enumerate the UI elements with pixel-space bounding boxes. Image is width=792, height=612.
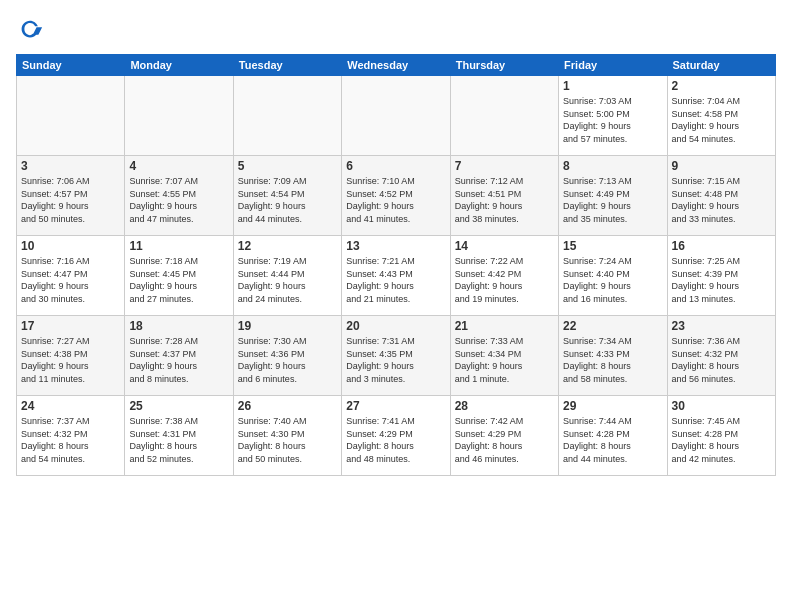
calendar-cell: 29Sunrise: 7:44 AM Sunset: 4:28 PM Dayli… [559,396,667,476]
day-number: 20 [346,319,445,333]
day-number: 23 [672,319,771,333]
calendar-cell: 24Sunrise: 7:37 AM Sunset: 4:32 PM Dayli… [17,396,125,476]
calendar-cell [125,76,233,156]
calendar-cell: 28Sunrise: 7:42 AM Sunset: 4:29 PM Dayli… [450,396,558,476]
day-number: 21 [455,319,554,333]
calendar-cell: 6Sunrise: 7:10 AM Sunset: 4:52 PM Daylig… [342,156,450,236]
day-info: Sunrise: 7:42 AM Sunset: 4:29 PM Dayligh… [455,415,554,465]
day-number: 6 [346,159,445,173]
day-number: 11 [129,239,228,253]
calendar-cell: 11Sunrise: 7:18 AM Sunset: 4:45 PM Dayli… [125,236,233,316]
day-info: Sunrise: 7:03 AM Sunset: 5:00 PM Dayligh… [563,95,662,145]
day-info: Sunrise: 7:37 AM Sunset: 4:32 PM Dayligh… [21,415,120,465]
day-number: 7 [455,159,554,173]
day-info: Sunrise: 7:33 AM Sunset: 4:34 PM Dayligh… [455,335,554,385]
calendar-table: SundayMondayTuesdayWednesdayThursdayFrid… [16,54,776,476]
calendar-cell: 14Sunrise: 7:22 AM Sunset: 4:42 PM Dayli… [450,236,558,316]
calendar-cell: 20Sunrise: 7:31 AM Sunset: 4:35 PM Dayli… [342,316,450,396]
header [16,16,776,44]
day-info: Sunrise: 7:36 AM Sunset: 4:32 PM Dayligh… [672,335,771,385]
day-info: Sunrise: 7:18 AM Sunset: 4:45 PM Dayligh… [129,255,228,305]
day-info: Sunrise: 7:07 AM Sunset: 4:55 PM Dayligh… [129,175,228,225]
day-info: Sunrise: 7:10 AM Sunset: 4:52 PM Dayligh… [346,175,445,225]
day-info: Sunrise: 7:28 AM Sunset: 4:37 PM Dayligh… [129,335,228,385]
weekday-header: Sunday [17,55,125,76]
day-number: 17 [21,319,120,333]
calendar-cell [450,76,558,156]
day-number: 2 [672,79,771,93]
day-number: 8 [563,159,662,173]
calendar-cell: 17Sunrise: 7:27 AM Sunset: 4:38 PM Dayli… [17,316,125,396]
day-info: Sunrise: 7:16 AM Sunset: 4:47 PM Dayligh… [21,255,120,305]
day-number: 25 [129,399,228,413]
day-info: Sunrise: 7:45 AM Sunset: 4:28 PM Dayligh… [672,415,771,465]
weekday-header: Saturday [667,55,775,76]
calendar-cell: 18Sunrise: 7:28 AM Sunset: 4:37 PM Dayli… [125,316,233,396]
day-info: Sunrise: 7:13 AM Sunset: 4:49 PM Dayligh… [563,175,662,225]
weekday-header: Wednesday [342,55,450,76]
weekday-header: Tuesday [233,55,341,76]
day-info: Sunrise: 7:38 AM Sunset: 4:31 PM Dayligh… [129,415,228,465]
day-number: 1 [563,79,662,93]
calendar-cell: 22Sunrise: 7:34 AM Sunset: 4:33 PM Dayli… [559,316,667,396]
day-number: 14 [455,239,554,253]
calendar-cell [342,76,450,156]
calendar-cell: 1Sunrise: 7:03 AM Sunset: 5:00 PM Daylig… [559,76,667,156]
calendar-cell: 19Sunrise: 7:30 AM Sunset: 4:36 PM Dayli… [233,316,341,396]
calendar-week-row: 1Sunrise: 7:03 AM Sunset: 5:00 PM Daylig… [17,76,776,156]
calendar-cell [233,76,341,156]
weekday-header: Monday [125,55,233,76]
calendar-cell: 16Sunrise: 7:25 AM Sunset: 4:39 PM Dayli… [667,236,775,316]
calendar-cell: 7Sunrise: 7:12 AM Sunset: 4:51 PM Daylig… [450,156,558,236]
day-info: Sunrise: 7:04 AM Sunset: 4:58 PM Dayligh… [672,95,771,145]
weekday-header: Friday [559,55,667,76]
day-info: Sunrise: 7:31 AM Sunset: 4:35 PM Dayligh… [346,335,445,385]
day-info: Sunrise: 7:06 AM Sunset: 4:57 PM Dayligh… [21,175,120,225]
day-info: Sunrise: 7:22 AM Sunset: 4:42 PM Dayligh… [455,255,554,305]
calendar-cell: 15Sunrise: 7:24 AM Sunset: 4:40 PM Dayli… [559,236,667,316]
header-row: SundayMondayTuesdayWednesdayThursdayFrid… [17,55,776,76]
calendar-cell: 30Sunrise: 7:45 AM Sunset: 4:28 PM Dayli… [667,396,775,476]
calendar-cell: 10Sunrise: 7:16 AM Sunset: 4:47 PM Dayli… [17,236,125,316]
calendar-cell [17,76,125,156]
day-info: Sunrise: 7:24 AM Sunset: 4:40 PM Dayligh… [563,255,662,305]
day-number: 19 [238,319,337,333]
calendar-cell: 3Sunrise: 7:06 AM Sunset: 4:57 PM Daylig… [17,156,125,236]
day-number: 13 [346,239,445,253]
day-number: 22 [563,319,662,333]
day-info: Sunrise: 7:09 AM Sunset: 4:54 PM Dayligh… [238,175,337,225]
calendar-cell: 13Sunrise: 7:21 AM Sunset: 4:43 PM Dayli… [342,236,450,316]
day-info: Sunrise: 7:27 AM Sunset: 4:38 PM Dayligh… [21,335,120,385]
calendar-cell: 12Sunrise: 7:19 AM Sunset: 4:44 PM Dayli… [233,236,341,316]
day-info: Sunrise: 7:41 AM Sunset: 4:29 PM Dayligh… [346,415,445,465]
calendar-cell: 26Sunrise: 7:40 AM Sunset: 4:30 PM Dayli… [233,396,341,476]
calendar-cell: 27Sunrise: 7:41 AM Sunset: 4:29 PM Dayli… [342,396,450,476]
day-info: Sunrise: 7:44 AM Sunset: 4:28 PM Dayligh… [563,415,662,465]
day-number: 5 [238,159,337,173]
calendar-cell: 21Sunrise: 7:33 AM Sunset: 4:34 PM Dayli… [450,316,558,396]
day-info: Sunrise: 7:21 AM Sunset: 4:43 PM Dayligh… [346,255,445,305]
day-info: Sunrise: 7:34 AM Sunset: 4:33 PM Dayligh… [563,335,662,385]
calendar-week-row: 10Sunrise: 7:16 AM Sunset: 4:47 PM Dayli… [17,236,776,316]
calendar-cell: 25Sunrise: 7:38 AM Sunset: 4:31 PM Dayli… [125,396,233,476]
calendar-cell: 4Sunrise: 7:07 AM Sunset: 4:55 PM Daylig… [125,156,233,236]
calendar-cell: 9Sunrise: 7:15 AM Sunset: 4:48 PM Daylig… [667,156,775,236]
day-info: Sunrise: 7:25 AM Sunset: 4:39 PM Dayligh… [672,255,771,305]
logo [16,16,48,44]
day-number: 4 [129,159,228,173]
day-number: 27 [346,399,445,413]
day-number: 3 [21,159,120,173]
day-number: 18 [129,319,228,333]
day-number: 10 [21,239,120,253]
calendar-week-row: 17Sunrise: 7:27 AM Sunset: 4:38 PM Dayli… [17,316,776,396]
day-info: Sunrise: 7:30 AM Sunset: 4:36 PM Dayligh… [238,335,337,385]
calendar-cell: 23Sunrise: 7:36 AM Sunset: 4:32 PM Dayli… [667,316,775,396]
calendar-week-row: 3Sunrise: 7:06 AM Sunset: 4:57 PM Daylig… [17,156,776,236]
calendar-week-row: 24Sunrise: 7:37 AM Sunset: 4:32 PM Dayli… [17,396,776,476]
day-number: 16 [672,239,771,253]
calendar-cell: 2Sunrise: 7:04 AM Sunset: 4:58 PM Daylig… [667,76,775,156]
day-number: 24 [21,399,120,413]
day-number: 15 [563,239,662,253]
calendar-cell: 5Sunrise: 7:09 AM Sunset: 4:54 PM Daylig… [233,156,341,236]
day-number: 28 [455,399,554,413]
